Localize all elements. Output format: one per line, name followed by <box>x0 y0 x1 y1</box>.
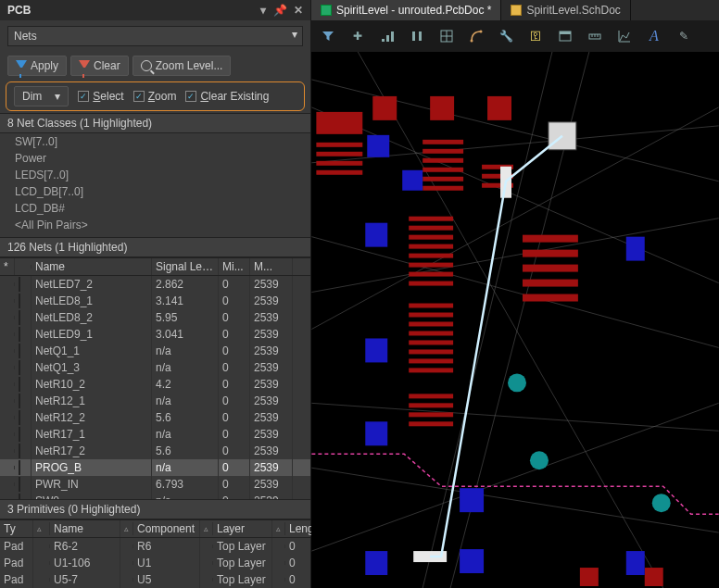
svg-rect-35 <box>316 152 362 156</box>
align-icon[interactable] <box>380 29 395 44</box>
route-icon[interactable] <box>469 29 484 44</box>
chart-icon[interactable] <box>617 29 632 44</box>
netclass-item[interactable]: Power <box>0 150 310 167</box>
svg-rect-34 <box>316 143 362 147</box>
filter-icon[interactable] <box>321 29 335 44</box>
net-row[interactable]: PROG_Bn/a02539 <box>0 459 310 476</box>
col-layer[interactable]: Layer <box>213 520 272 537</box>
tab-pcbdoc[interactable]: SpiritLevel - unrouted.PcbDoc * <box>311 0 501 20</box>
col-name[interactable]: Name <box>32 258 152 275</box>
net-row[interactable]: NetQ1_3n/a02539 <box>0 359 310 376</box>
net-m: 2539 <box>250 326 293 343</box>
sort-icon[interactable]: ▵ <box>200 522 213 535</box>
netclass-item[interactable]: <All Pin Pairs> <box>0 217 310 233</box>
net-row[interactable]: NetQ1_1n/a02539 <box>0 343 310 359</box>
col-m[interactable]: M... <box>250 258 293 275</box>
net-row[interactable]: NetR12_1n/a02539 <box>0 393 310 409</box>
net-color-swatch <box>19 277 20 292</box>
tab-schdoc[interactable]: SpiritLevel.SchDoc <box>501 0 630 20</box>
net-color-swatch <box>19 477 20 492</box>
net-row[interactable]: PWR_IN6.79302539 <box>0 476 310 493</box>
net-row[interactable]: NetR12_25.602539 <box>0 409 310 426</box>
spanner-icon[interactable]: 🔧 <box>498 29 513 44</box>
place-icon[interactable]: ✚ <box>350 29 365 44</box>
net-row[interactable]: NetLED8_13.14102539 <box>0 293 310 309</box>
col-pname[interactable]: Name <box>50 520 120 537</box>
netclass-item[interactable]: LEDS[7..0] <box>0 167 310 183</box>
primitive-row[interactable]: PadR6-2R6Top Layer0 <box>0 538 310 555</box>
dropdown-icon[interactable]: ▾ <box>260 4 266 17</box>
dim-select[interactable]: Dim ▾ <box>14 86 69 106</box>
apply-button[interactable]: Apply <box>7 56 67 76</box>
text-icon[interactable]: A <box>647 29 662 44</box>
nets-grid[interactable]: NetLED7_22.86202539NetLED8_13.14102539Ne… <box>0 276 310 499</box>
primitive-row[interactable]: PadU1-106U1Top Layer0 <box>0 555 310 571</box>
net-row[interactable]: NetLED7_22.86202539 <box>0 276 310 293</box>
svg-rect-30 <box>316 112 362 134</box>
svg-point-86 <box>652 494 671 512</box>
prim-type: Pad <box>0 538 33 555</box>
svg-rect-37 <box>316 170 362 175</box>
svg-rect-73 <box>645 568 663 586</box>
svg-rect-0 <box>382 39 385 42</box>
net-row[interactable]: SW0n/a02539 <box>0 493 310 499</box>
net-row[interactable]: NetR17_25.602539 <box>0 443 310 459</box>
prim-layer: Top Layer <box>213 555 272 571</box>
col-mi[interactable]: Mi... <box>219 258 250 275</box>
grid-icon[interactable] <box>439 29 454 44</box>
svg-rect-32 <box>430 96 454 120</box>
pcb-doc-icon <box>321 5 332 16</box>
netclass-list[interactable]: SW[7..0]PowerLEDS[7..0]LCD_DB[7..0]LCD_D… <box>0 133 310 237</box>
zoom-checkbox[interactable]: Zoom <box>133 90 177 103</box>
col-star[interactable]: * <box>0 258 15 275</box>
net-name: PWR_IN <box>32 476 152 493</box>
net-row[interactable]: NetR17_1n/a02539 <box>0 426 310 443</box>
netclass-item[interactable]: LCD_DB[7..0] <box>0 183 310 200</box>
zoom-level-button[interactable]: Zoom Level... <box>132 56 232 76</box>
pcb-toolbar: ✚ 🔧 ⚿ A ✎ <box>311 20 719 52</box>
sort-icon[interactable]: ▵ <box>272 522 285 535</box>
net-name: NetLED7_2 <box>32 276 152 293</box>
svg-rect-63 <box>409 394 453 398</box>
net-mi: 0 <box>219 326 250 343</box>
prim-type: Pad <box>0 571 33 588</box>
col-type[interactable]: Ty <box>0 520 33 537</box>
net-name: NetQ1_3 <box>32 359 152 376</box>
svg-rect-67 <box>523 235 578 243</box>
col-signal[interactable]: Signal Len... <box>152 258 219 275</box>
net-m: 2539 <box>250 393 293 409</box>
netclass-item[interactable]: LCD_DB# <box>0 200 310 217</box>
pencil-icon[interactable]: ✎ <box>676 29 691 44</box>
primitive-row[interactable]: PadU5-7U5Top Layer0 <box>0 571 310 588</box>
net-row[interactable]: NetR10_24.202539 <box>0 376 310 393</box>
pcb-canvas[interactable] <box>311 52 719 588</box>
clear-existing-checkbox[interactable]: Clear Existing <box>185 90 269 103</box>
ruler-icon[interactable] <box>587 29 602 44</box>
svg-line-19 <box>311 107 718 283</box>
net-mi: 0 <box>219 476 250 493</box>
netclass-item[interactable]: SW[7..0] <box>0 133 310 150</box>
net-row[interactable]: NetLED8_25.9502539 <box>0 309 310 326</box>
select-checkbox[interactable]: Select <box>78 90 123 103</box>
window-icon[interactable] <box>558 29 573 44</box>
bars-icon[interactable] <box>410 29 424 44</box>
sort-icon[interactable]: ▵ <box>120 522 133 535</box>
net-m: 2539 <box>250 476 293 493</box>
primitives-grid[interactable]: PadR6-2R6Top Layer0PadU1-106U1Top Layer0… <box>0 538 310 588</box>
close-icon[interactable]: ✕ <box>294 4 303 17</box>
panel-mode-select[interactable]: Nets <box>7 26 303 46</box>
col-component[interactable]: Component <box>133 520 200 537</box>
net-color-swatch <box>19 410 20 425</box>
net-row[interactable]: NetLED9_13.04102539 <box>0 326 310 343</box>
pin-icon[interactable]: 📌 <box>273 4 287 17</box>
sort-icon[interactable]: ▵ <box>33 522 50 535</box>
key-icon[interactable]: ⚿ <box>528 29 543 44</box>
svg-rect-39 <box>423 149 463 154</box>
svg-rect-65 <box>409 412 453 417</box>
panel-title: PCB <box>7 4 31 17</box>
net-name: SW0 <box>32 493 152 499</box>
svg-rect-51 <box>409 254 453 258</box>
clear-button[interactable]: Clear <box>70 56 129 76</box>
svg-rect-56 <box>409 313 453 318</box>
svg-rect-4 <box>419 31 422 41</box>
